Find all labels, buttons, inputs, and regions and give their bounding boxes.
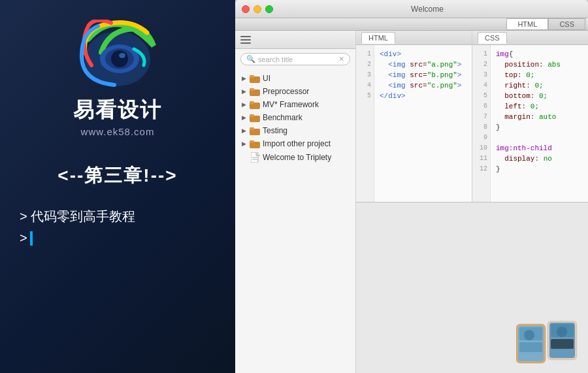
logo-icon — [75, 20, 160, 91]
close-button[interactable] — [242, 5, 250, 13]
search-clear-icon[interactable]: ✕ — [338, 55, 344, 63]
sidebar-item-mvframework[interactable]: ▶ MV* Framework — [235, 98, 355, 111]
hamburger-line — [240, 42, 251, 44]
folder-icon — [250, 140, 260, 148]
folder-icon — [250, 101, 260, 109]
subtitle-lines: > 代码零到高手教程 > — [13, 208, 222, 251]
css-tab-bar: CSS — [472, 31, 588, 45]
minimize-button[interactable] — [253, 5, 261, 13]
sidebar-label-testing: Testing — [263, 126, 287, 135]
hamburger-line — [240, 36, 251, 37]
traffic-lights — [242, 5, 273, 13]
editor-top-half: HTML 1 2 3 4 5 <div> — [356, 31, 588, 203]
sidebar-label-welcome: Welcome to Triplety — [263, 153, 331, 162]
sidebar-label-preprocessor: Preprocessor — [263, 87, 309, 96]
css-line-numbers: 1 2 3 4 5 6 7 8 9 10 11 — [472, 45, 491, 202]
css-tab[interactable]: CSS — [478, 32, 507, 44]
svg-rect-6 — [250, 75, 254, 78]
svg-rect-14 — [250, 127, 254, 130]
right-panel: Welcome HTML CSS 🔍 search title — [235, 0, 588, 373]
svg-point-23 — [524, 330, 534, 340]
css-pane: CSS 1 2 3 4 5 6 7 8 — [472, 31, 588, 202]
code-line: img{ — [496, 49, 583, 59]
code-line: margin: auto — [496, 112, 583, 122]
sidebar-label-mvframework: MV* Framework — [263, 100, 319, 109]
folder-icon — [250, 114, 260, 122]
chapter-text: <--第三章!--> — [57, 163, 177, 188]
code-line: } — [496, 122, 583, 133]
search-icon: 🔍 — [246, 55, 255, 63]
html-line-numbers: 1 2 3 4 5 — [356, 45, 374, 202]
svg-point-28 — [557, 327, 567, 337]
window-titlebar: Welcome — [235, 0, 588, 18]
html-tab-bar: HTML — [356, 31, 472, 45]
html-tab[interactable]: HTML — [361, 32, 395, 44]
svg-rect-16 — [250, 140, 254, 143]
arrow-icon: ▶ — [240, 88, 247, 95]
editor-bottom-half — [356, 203, 588, 374]
svg-point-3 — [111, 50, 128, 67]
sidebar-label-import: Import other project — [263, 139, 331, 148]
html-pane: HTML 1 2 3 4 5 <div> — [356, 31, 472, 202]
sidebar-items: ▶ UI ▶ Preprocessor ▶ MV* Framework — [235, 69, 355, 373]
code-line: <img src="c.png"> — [380, 80, 466, 91]
code-line: position: abs — [496, 59, 583, 70]
search-placeholder: search title — [258, 56, 336, 63]
hamburger-menu-icon[interactable] — [240, 36, 251, 44]
svg-rect-8 — [250, 88, 254, 91]
arrow-icon: ▶ — [240, 127, 247, 134]
hamburger-line — [240, 39, 251, 41]
search-box[interactable]: 🔍 search title ✕ — [240, 53, 350, 65]
html-code-area: 1 2 3 4 5 <div> <img src="a.png"> <img s… — [356, 45, 472, 202]
top-tab-bar: HTML CSS — [235, 18, 588, 31]
left-panel: 易看设计 www.ek58.com <--第三章!--> > 代码零到高手教程 … — [0, 0, 235, 373]
sidebar-item-benchmark[interactable]: ▶ Benchmark — [235, 111, 355, 124]
code-line: display: no — [496, 154, 583, 164]
subtitle-line-2: > — [20, 231, 222, 246]
folder-icon — [250, 74, 260, 83]
mac-window: Welcome HTML CSS 🔍 search title — [235, 0, 588, 373]
code-line — [496, 133, 583, 143]
maximize-button[interactable] — [265, 5, 273, 13]
cursor-blink — [30, 231, 33, 246]
code-line: <img src="a.png"> — [380, 59, 466, 70]
brand-url: www.ek58.com — [81, 126, 155, 137]
code-line: } — [496, 164, 583, 174]
css-code-content: img{ position: abs top: 0; right: 0; bot… — [491, 45, 588, 202]
sidebar-label-ui: UI — [263, 74, 270, 83]
logo-area: 易看设计 www.ek58.com — [73, 20, 162, 137]
sidebar-item-import[interactable]: ▶ Import other project — [235, 137, 355, 150]
arrow-icon: ▶ — [240, 101, 247, 108]
arrow-icon: ▶ — [240, 140, 247, 147]
sidebar-item-ui[interactable]: ▶ UI — [235, 72, 355, 85]
sidebar-label-benchmark: Benchmark — [263, 113, 302, 122]
html-code-content: <div> <img src="a.png"> <img src="b.png"… — [374, 45, 472, 202]
code-line: bottom: 0; — [496, 91, 583, 101]
folder-icon — [250, 88, 260, 96]
svg-rect-24 — [519, 342, 542, 352]
sidebar-item-preprocessor[interactable]: ▶ Preprocessor — [235, 85, 355, 98]
subtitle-line-1: > 代码零到高手教程 — [20, 208, 222, 225]
folder-icon — [250, 127, 260, 135]
sidebar-item-testing[interactable]: ▶ Testing — [235, 124, 355, 137]
sidebar: 🔍 search title ✕ ▶ UI ▶ Preproc — [235, 31, 356, 373]
sidebar-toolbar — [235, 31, 355, 49]
code-line: top: 0; — [496, 70, 583, 80]
css-code-area: 1 2 3 4 5 6 7 8 9 10 11 — [472, 45, 588, 202]
code-line: right: 0; — [496, 80, 583, 91]
tablet-card — [516, 321, 581, 366]
editor-area: HTML 1 2 3 4 5 <div> — [356, 31, 588, 373]
window-title: Welcome — [273, 5, 581, 14]
code-line: left: 0; — [496, 101, 583, 112]
code-line: <img src="b.png"> — [380, 70, 466, 80]
code-line: </div> — [380, 91, 466, 101]
svg-rect-10 — [250, 101, 254, 104]
svg-rect-29 — [551, 339, 574, 349]
tab-css[interactable]: CSS — [548, 18, 585, 30]
brand-name: 易看设计 — [73, 96, 162, 125]
arrow-icon: ▶ — [240, 114, 247, 121]
sidebar-item-welcome[interactable]: Welcome to Triplety — [235, 150, 355, 165]
code-line: img:nth-child — [496, 143, 583, 154]
tab-html[interactable]: HTML — [506, 18, 548, 30]
svg-rect-12 — [250, 114, 254, 117]
